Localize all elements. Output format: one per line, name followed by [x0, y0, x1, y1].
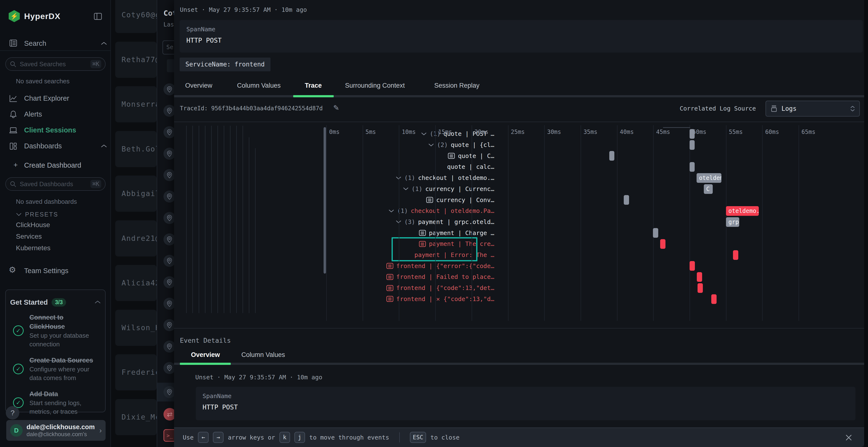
- saved-dashboards-input[interactable]: [20, 180, 87, 188]
- trace-span-row[interactable]: frontend | Failed to place…: [352, 271, 497, 282]
- sidebar-item-team-settings[interactable]: Team Settings: [24, 267, 68, 275]
- location-pin-icon[interactable]: [163, 83, 176, 95]
- chevron-down-icon[interactable]: [421, 132, 427, 136]
- service-name-chip[interactable]: ServiceName: frontend: [180, 58, 271, 71]
- location-pin-icon[interactable]: [163, 191, 176, 203]
- log-doc-icon: [386, 274, 394, 280]
- trace-span-row[interactable]: frontend | {"error":{"code…: [352, 260, 497, 271]
- arrow-left-key: ←: [198, 432, 209, 443]
- avatar: D: [10, 424, 23, 437]
- span-duration-bar[interactable]: [609, 151, 614, 161]
- user-account-chip[interactable]: D dale@clickhouse.com dale@clickhouse.co…: [6, 420, 105, 441]
- tab-trace[interactable]: Trace: [305, 82, 322, 89]
- span-name-value: HTTP POST: [180, 33, 863, 44]
- span-duration-bar[interactable]: grp: [726, 217, 739, 227]
- edit-pencil-icon[interactable]: ✎: [333, 104, 339, 112]
- preset-kubernetes[interactable]: Kubernetes: [16, 244, 51, 252]
- timeline-tick-label: 25ms: [511, 129, 525, 135]
- span-duration-bar[interactable]: oteldemo.: [726, 206, 759, 216]
- tree-scrollbar[interactable]: [323, 127, 326, 274]
- no-saved-searches-text: No saved searches: [16, 77, 70, 85]
- trace-span-row[interactable]: quote | C…: [352, 150, 497, 161]
- log-source-select[interactable]: Logs: [766, 101, 860, 116]
- tab-surrounding-context[interactable]: Surrounding Context: [345, 82, 405, 89]
- trace-span-row[interactable]: frontend | ✕ {"code":13,"d…: [352, 294, 497, 305]
- chart-icon: [9, 94, 18, 104]
- chevron-down-icon[interactable]: [396, 176, 401, 180]
- tab-overview[interactable]: Overview: [185, 82, 212, 89]
- trace-span-row[interactable]: (1)currency | Currenc…: [352, 183, 497, 195]
- preset-clickhouse[interactable]: ClickHouse: [16, 221, 50, 229]
- timeline-tick-label: 35ms: [584, 129, 597, 135]
- trace-span-row[interactable]: (1)checkout | oteldemo.…: [352, 172, 497, 183]
- span-row-label: frontend | {"code":13,"det…: [396, 284, 494, 291]
- chevron-up-icon[interactable]: [94, 300, 101, 305]
- chevron-up-icon[interactable]: [101, 41, 107, 46]
- chevron-down-icon[interactable]: [389, 209, 394, 213]
- timeline-tick-label: 65ms: [802, 129, 815, 135]
- span-duration-bar[interactable]: oteldemo.: [696, 173, 721, 183]
- saved-searches-input[interactable]: [20, 61, 87, 68]
- span-duration-bar[interactable]: [711, 294, 717, 304]
- sidebar-item-dashboards[interactable]: Dashboards: [24, 142, 62, 150]
- span-duration-bar[interactable]: C: [704, 184, 713, 194]
- get-started-item[interactable]: ✓Connect toClickHouseSet up your databas…: [13, 313, 101, 348]
- span-duration-bar[interactable]: [698, 283, 703, 293]
- help-button[interactable]: ?: [6, 406, 19, 419]
- sidebar-item-chart-explorer[interactable]: Chart Explorer: [24, 94, 69, 102]
- get-started-item[interactable]: ✓Create Data SourcesConfigure where your…: [13, 356, 101, 382]
- location-pin-icon[interactable]: [163, 169, 176, 181]
- collapse-sidebar-button[interactable]: [93, 11, 103, 22]
- tree-indent-guide: [255, 148, 255, 313]
- event-details-tab-overview[interactable]: Overview: [191, 351, 220, 358]
- get-started-item[interactable]: ✓Add DataStart sending logs,metrics, or …: [13, 389, 101, 416]
- span-duration-bar[interactable]: [660, 239, 665, 249]
- chevron-up-icon[interactable]: [101, 144, 107, 149]
- location-pin-icon[interactable]: [163, 319, 176, 331]
- trace-span-row[interactable]: frontend | {"code":13,"det…: [352, 282, 497, 294]
- tab-session-replay[interactable]: Session Replay: [434, 82, 479, 89]
- selected-event-row[interactable]: [157, 383, 175, 402]
- location-pin-icon[interactable]: [163, 233, 176, 245]
- location-pin-icon[interactable]: [163, 298, 176, 310]
- event-details-tab-column-values[interactable]: Column Values: [241, 351, 285, 358]
- trace-span-row[interactable]: payment | Charge …: [352, 227, 497, 238]
- span-duration-bar[interactable]: [697, 272, 702, 282]
- create-dashboard-button[interactable]: Create Dashboard: [24, 161, 81, 169]
- sidebar-item-alerts[interactable]: Alerts: [24, 110, 42, 118]
- location-pin-icon[interactable]: [163, 255, 176, 267]
- trace-span-row[interactable]: (3)payment | grpc.oteld…: [352, 216, 497, 228]
- span-duration-bar[interactable]: [624, 195, 629, 205]
- tree-indent-guide: [211, 126, 212, 313]
- chevron-down-icon[interactable]: [403, 187, 409, 191]
- trace-span-row[interactable]: (2)quote | {cl…: [352, 139, 497, 150]
- preset-services[interactable]: Services: [16, 233, 42, 240]
- span-duration-bar[interactable]: [689, 129, 695, 139]
- span-duration-bar[interactable]: [689, 140, 695, 150]
- span-duration-bar[interactable]: [653, 228, 658, 238]
- presets-toggle[interactable]: PRESETS: [16, 211, 58, 218]
- correlated-log-source-label: Correlated Log Source: [680, 105, 756, 112]
- location-pin-icon[interactable]: [163, 212, 176, 224]
- chevron-down-icon[interactable]: [428, 143, 434, 147]
- span-duration-bar[interactable]: [689, 261, 695, 271]
- tab-column-values[interactable]: Column Values: [237, 82, 281, 89]
- chevron-down-icon: [16, 213, 22, 216]
- sidebar-item-search[interactable]: Search: [24, 39, 46, 47]
- trace-span-row[interactable]: currency | Conv…: [352, 194, 497, 205]
- location-pin-icon[interactable]: [163, 341, 176, 353]
- bell-icon: [9, 110, 18, 120]
- location-pin-icon[interactable]: [163, 105, 176, 117]
- trace-span-row[interactable]: quote | calc…: [352, 161, 497, 172]
- location-pin-icon[interactable]: [163, 148, 176, 160]
- chevron-down-icon[interactable]: [396, 220, 401, 224]
- trace-span-row[interactable]: (1)checkout | oteldemo.Pa…: [352, 205, 497, 216]
- location-pin-icon[interactable]: [163, 126, 176, 138]
- span-duration-bar[interactable]: [689, 162, 695, 172]
- close-icon[interactable]: [844, 433, 853, 443]
- sidebar-item-client-sessions[interactable]: Client Sessions: [24, 126, 76, 134]
- location-pin-icon[interactable]: [163, 362, 176, 374]
- timeline-gridline: [435, 125, 436, 321]
- location-pin-icon[interactable]: [163, 276, 176, 288]
- span-duration-bar[interactable]: [733, 250, 738, 260]
